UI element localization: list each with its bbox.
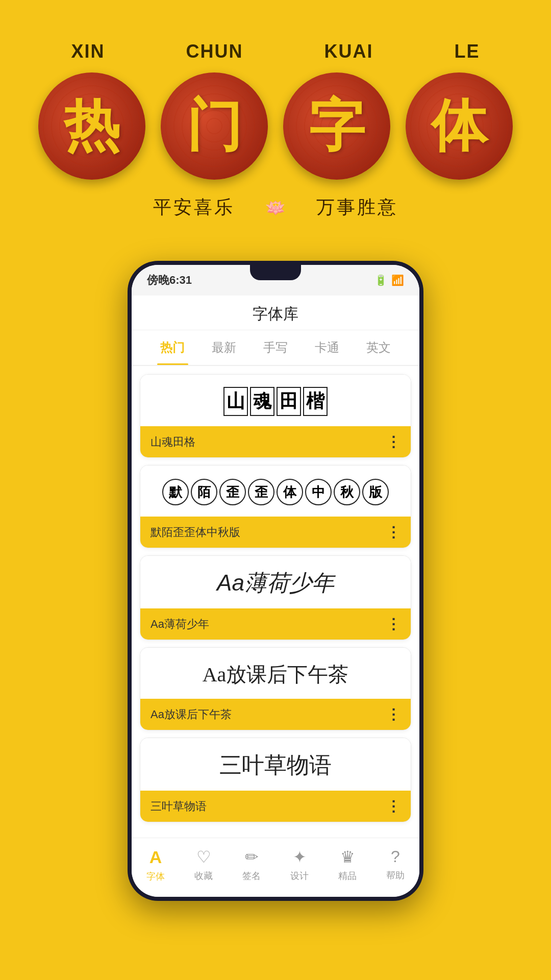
font-preview-4: Aa放课后下午茶 [140,648,411,699]
font-menu-1[interactable]: ⋮ [386,433,400,450]
font-footer-1: 山魂田格 ⋮ [140,426,411,457]
font-preview-3: Aa薄荷少年 [140,556,411,608]
subtitle-left: 平安喜乐 [153,195,235,220]
nav-font-icon: A [149,847,162,867]
nav-help-icon: ? [391,847,400,866]
font-name-2: 默陌歪歪体中秋版 [151,525,240,540]
label-chun: CHUN [186,41,243,62]
tab-bar[interactable]: 热门 最新 手写 卡通 英文 [132,330,419,366]
hero-section: XIN CHUN KUAI LE 热 门 字 体 平安喜乐 🪷 万事胜意 [0,0,551,240]
font-item-5[interactable]: 三叶草物语 三叶草物语 ⋮ [140,738,411,822]
nav-design-icon: ✦ [293,847,307,867]
font-menu-4[interactable]: ⋮ [386,706,400,723]
nav-fav-label: 收藏 [194,870,213,882]
circle-body: 体 [406,72,513,180]
font-preview-text-4: Aa放课后下午茶 [203,660,349,689]
label-le: LE [454,41,480,62]
label-xin: XIN [71,41,105,62]
font-item-4[interactable]: Aa放课后下午茶 Aa放课后下午茶 ⋮ [140,647,411,730]
nav-fonts[interactable]: A 字体 [132,843,180,887]
font-footer-5: 三叶草物语 ⋮ [140,791,411,822]
nav-design[interactable]: ✦ 设计 [276,843,323,887]
wifi-icon: 📶 [391,274,404,286]
font-preview-2: 默 陌 歪 歪 体 中 秋 版 [140,465,411,517]
phone-screen: 傍晚6:31 🔋 📶 字体库 热门 最新 手写 [132,265,419,897]
font-preview-text-5: 三叶草物语 [219,750,332,780]
tab-new[interactable]: 最新 [198,330,250,365]
nav-help[interactable]: ? 帮助 [371,843,419,887]
phone-wrapper: 傍晚6:31 🔋 📶 字体库 热门 最新 手写 [0,240,551,932]
status-bar: 傍晚6:31 🔋 📶 [132,265,419,296]
nav-favorites[interactable]: ♡ 收藏 [180,843,228,887]
font-preview-text-1: 山 魂 田 楷 [223,387,328,416]
battery-icon: 🔋 [374,274,387,286]
font-item-3[interactable]: Aa薄荷少年 Aa薄荷少年 ⋮ [140,555,411,640]
status-time: 傍晚6:31 [147,273,192,288]
nav-signature[interactable]: ✏ 签名 [228,843,276,887]
font-menu-5[interactable]: ⋮ [386,798,400,815]
subtitle-right: 万事胜意 [316,195,398,220]
app-title: 字体库 [132,296,419,330]
font-footer-3: Aa薄荷少年 ⋮ [140,608,411,640]
font-name-5: 三叶草物语 [151,799,207,814]
bottom-nav[interactable]: A 字体 ♡ 收藏 ✏ 签名 ✦ 设计 ♛ 精品 [132,838,419,897]
phone-outer: 傍晚6:31 🔋 📶 字体库 热门 最新 手写 [128,261,423,901]
nav-sig-icon: ✏ [245,847,259,867]
circle-font: 字 [283,72,390,180]
top-labels: XIN CHUN KUAI LE [31,41,520,62]
nav-premium[interactable]: ♛ 精品 [323,843,371,887]
font-preview-5: 三叶草物语 [140,738,411,791]
font-item-1[interactable]: 山 魂 田 楷 山魂田格 ⋮ [140,374,411,458]
circle-hot: 热 [38,72,145,180]
font-name-1: 山魂田格 [151,434,195,450]
nav-design-label: 设计 [290,870,309,882]
nav-sig-label: 签名 [242,870,261,882]
status-icons: 🔋 📶 [374,274,404,286]
font-preview-text-2: 默 陌 歪 歪 体 中 秋 版 [162,479,389,505]
tab-english[interactable]: 英文 [353,330,404,365]
nav-fav-icon: ♡ [196,847,211,867]
phone-notch [250,265,301,280]
font-list: 山 魂 田 楷 山魂田格 ⋮ 默 [132,366,419,838]
nav-font-label: 字体 [146,870,165,883]
font-preview-1: 山 魂 田 楷 [140,375,411,426]
font-footer-4: Aa放课后下午茶 ⋮ [140,699,411,730]
font-menu-2[interactable]: ⋮ [386,524,400,541]
nav-premium-icon: ♛ [340,847,355,867]
subtitle-row: 平安喜乐 🪷 万事胜意 [31,195,520,220]
tab-cartoon[interactable]: 卡通 [301,330,353,365]
nav-help-label: 帮助 [386,869,405,881]
circles-row: 热 门 字 体 [31,72,520,180]
tab-handwrite[interactable]: 手写 [250,330,302,365]
lotus-icon: 🪷 [265,198,286,217]
font-preview-text-3: Aa薄荷少年 [217,568,334,598]
font-name-4: Aa放课后下午茶 [151,707,232,722]
font-footer-2: 默陌歪歪体中秋版 ⋮ [140,517,411,548]
tab-hot[interactable]: 热门 [147,330,198,365]
font-item-2[interactable]: 默 陌 歪 歪 体 中 秋 版 默陌歪歪体中秋版 ⋮ [140,465,411,548]
nav-premium-label: 精品 [338,870,357,882]
circle-door: 门 [161,72,268,180]
font-menu-3[interactable]: ⋮ [386,616,400,632]
font-name-3: Aa薄荷少年 [151,617,209,632]
label-kuai: KUAI [324,41,373,62]
